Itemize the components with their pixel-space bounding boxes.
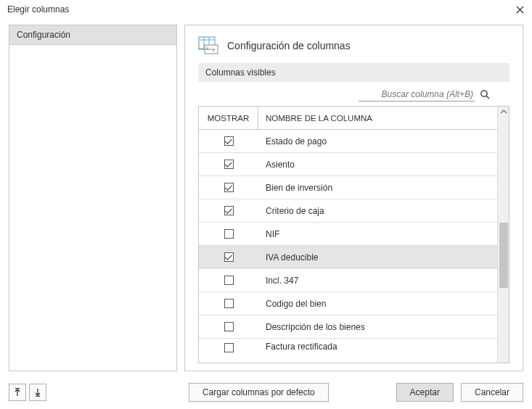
close-icon[interactable] <box>515 4 525 15</box>
row-label: Estado de pago <box>266 136 327 146</box>
columns-config-icon <box>198 36 218 56</box>
row-checkbox-cell <box>199 153 258 175</box>
row-label: Asiento <box>266 160 295 170</box>
row-label: Criterio de caja <box>266 206 324 216</box>
row-checkbox-cell <box>199 246 258 268</box>
row-label: Factura rectificada <box>266 339 337 352</box>
row-checkbox-cell <box>199 130 258 152</box>
table-row[interactable]: IVA deducible <box>199 246 497 269</box>
main-panel: Configuración de columnas Columnas visib… <box>184 25 523 371</box>
search-icon[interactable] <box>479 89 491 101</box>
window-title: Elegir columnas <box>7 4 69 15</box>
table-row[interactable]: NIF <box>199 223 497 246</box>
checkbox[interactable] <box>224 206 234 215</box>
row-name-cell: Factura rectificada <box>258 339 497 353</box>
sidebar: Configuración <box>9 25 177 371</box>
checkbox[interactable] <box>224 183 234 192</box>
row-label: Incl. 347 <box>266 276 298 286</box>
checkbox[interactable] <box>224 252 234 262</box>
row-name-cell: Criterio de caja <box>258 199 497 222</box>
table-row[interactable]: Incl. 347 <box>199 269 497 292</box>
scrollbar-thumb[interactable] <box>499 223 508 288</box>
row-name-cell: IVA deducible <box>258 246 497 268</box>
checkbox[interactable] <box>224 160 234 169</box>
row-label: Codigo del bien <box>266 299 326 309</box>
search-input[interactable] <box>359 88 475 102</box>
checkbox[interactable] <box>224 229 234 239</box>
header-show[interactable]: MOSTRAR <box>199 107 258 129</box>
row-checkbox-cell <box>199 223 258 245</box>
accept-button[interactable]: Aceptar <box>396 383 454 402</box>
table-row[interactable]: Codigo del bien <box>199 292 497 315</box>
table-row[interactable]: Factura rectificada <box>199 339 497 353</box>
columns-table: MOSTRAR NOMBRE DE LA COLUMNA Estado de p… <box>198 106 510 363</box>
scrollbar[interactable] <box>497 107 509 363</box>
section-title: Configuración de columnas <box>227 40 351 51</box>
svg-line-10 <box>486 96 489 99</box>
row-checkbox-cell <box>199 339 258 353</box>
table-row[interactable]: Estado de pago <box>199 130 497 153</box>
sidebar-item-label: Configuración <box>17 30 70 40</box>
footer: Cargar columnas por defecto Aceptar Canc… <box>9 383 523 402</box>
row-name-cell: Codigo del bien <box>258 292 497 315</box>
cancel-button[interactable]: Cancelar <box>461 383 523 402</box>
row-checkbox-cell <box>199 176 258 199</box>
row-name-cell: Estado de pago <box>258 130 497 152</box>
checkbox[interactable] <box>224 136 234 146</box>
svg-point-9 <box>480 91 486 96</box>
row-name-cell: Incl. 347 <box>258 269 497 292</box>
row-checkbox-cell <box>199 199 258 222</box>
checkbox[interactable] <box>224 343 234 352</box>
row-name-cell: Asiento <box>258 153 497 175</box>
row-name-cell: Descripción de los bienes <box>258 315 497 338</box>
row-checkbox-cell <box>199 315 258 338</box>
row-label: Bien de inversión <box>266 183 332 193</box>
move-up-button[interactable] <box>9 384 26 401</box>
row-name-cell: Bien de inversión <box>258 176 497 199</box>
titlebar: Elegir columnas <box>0 0 532 19</box>
table-row[interactable]: Criterio de caja <box>199 199 497 223</box>
checkbox[interactable] <box>224 276 234 285</box>
checkbox[interactable] <box>224 299 234 308</box>
table-row[interactable]: Asiento <box>199 153 497 176</box>
row-label: IVA deducible <box>266 252 319 263</box>
sidebar-item-configuracion[interactable]: Configuración <box>9 25 176 45</box>
row-name-cell: NIF <box>258 223 497 245</box>
table-row[interactable]: Descripción de los bienes <box>199 315 497 339</box>
load-defaults-button[interactable]: Cargar columnas por defecto <box>189 383 329 402</box>
checkbox[interactable] <box>224 322 234 331</box>
subheader-visible-columns: Columnas visibles <box>198 63 510 82</box>
row-checkbox-cell <box>199 292 258 315</box>
move-down-button[interactable] <box>29 384 46 401</box>
row-label: Descripción de los bienes <box>266 322 365 332</box>
header-name[interactable]: NOMBRE DE LA COLUMNA <box>258 107 497 129</box>
row-label: NIF <box>266 229 279 239</box>
row-checkbox-cell <box>199 269 258 292</box>
table-row[interactable]: Bien de inversión <box>199 176 497 199</box>
table-header: MOSTRAR NOMBRE DE LA COLUMNA <box>199 107 497 130</box>
